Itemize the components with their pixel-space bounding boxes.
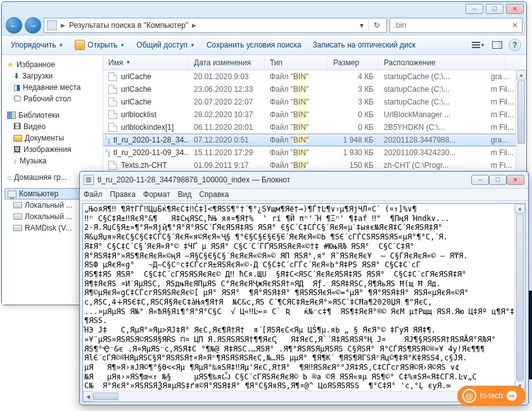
scroll-up-button[interactable]: ▲ <box>515 204 525 213</box>
hidden-location-fragment: m Fil... <box>491 121 514 134</box>
hidden-location-fragment: gra... <box>491 70 514 83</box>
text-area[interactable]: „ЊояЯ¶‼ ¶Я†ГЃ‼ЦџБќ¶ЯєС‡‼Ċ‡]<¶ЯЅЅ¶°†ˊ¶°¿Ѕ… <box>82 203 526 402</box>
folder-icon <box>13 135 22 142</box>
maximize-button[interactable]: ☐ <box>486 4 504 14</box>
file-size: 4 КБ <box>328 72 379 81</box>
file-date: 07.12.2020 0:51 <box>189 136 265 144</box>
back-button[interactable]: ← <box>6 17 22 34</box>
sidebar-videos[interactable]: 🎞Видео <box>4 121 100 132</box>
horizontal-scrollbar[interactable]: ◀ ▶ <box>83 391 514 402</box>
svg-rect-4 <box>498 42 502 48</box>
picture-icon: 🖼 <box>13 145 21 154</box>
hidden-location-fragment: m Fil... <box>491 96 514 108</box>
forward-button[interactable]: → <box>25 17 41 34</box>
sidebar-documents[interactable]: Документы <box>4 132 100 144</box>
file-size: 0 КБ <box>328 123 379 132</box>
drive-icon <box>13 213 22 220</box>
table-row[interactable]: urlblockindex[1]06.11.2020 20:01Файл "BI… <box>103 121 526 134</box>
minimize-button[interactable]: ─ <box>471 175 489 185</box>
chevron-right-icon[interactable]: ▶ <box>60 22 66 28</box>
sidebar-music[interactable]: ♪Музыка <box>4 155 100 167</box>
table-row[interactable]: Texts.zh-CHT01.09.2011 9:17Файл "BIN"150… <box>103 159 526 172</box>
file-type: Файл "BIN" <box>265 148 328 157</box>
notepad-title: tl_ru_2020-11-28_344798876_100000_index … <box>98 175 471 184</box>
search-field[interactable]: .bin ✕ <box>390 18 522 33</box>
hidden-location-fragment: gra... <box>491 134 514 146</box>
table-row[interactable]: urlCache23.06.2020 12:33Файл "BIN"3 КБst… <box>103 83 526 96</box>
help-button[interactable]: ? <box>509 39 521 51</box>
file-name: tl_ru_2020-11-09_34... <box>113 148 189 157</box>
notepad-window: tl_ru_2020-11-28_344798876_100000_index … <box>79 171 529 405</box>
burn-button[interactable]: Записать на оптический диск <box>309 39 420 51</box>
close-button[interactable]: ✕ <box>507 175 524 185</box>
notepad-icon <box>84 175 94 185</box>
menu-edit[interactable]: Правка <box>110 190 136 199</box>
file-size: 3 КБ <box>328 98 379 106</box>
maximize-button[interactable]: ☐ <box>489 175 507 185</box>
video-icon: 🎞 <box>13 122 21 131</box>
refresh-button[interactable]: ↻ <box>369 18 384 33</box>
file-location: zh-CHT (C:\Progr... <box>379 161 505 170</box>
table-row[interactable]: tl_ru_2020-11-09_34...15.11.2020 17:29Фа… <box>103 146 526 159</box>
explorer-titlebar[interactable]: ─ ☐ ✕ <box>2 2 526 16</box>
organize-button[interactable]: Упорядочить▼ <box>7 39 67 51</box>
file-type: Файл "BIN" <box>265 136 328 144</box>
favorites-header[interactable]: ★Избранное <box>4 59 100 70</box>
scroll-thumb[interactable] <box>516 214 524 381</box>
notepad-titlebar[interactable]: tl_ru_2020-11-28_344798876_100000_index … <box>80 172 528 188</box>
table-row[interactable]: urlCache20.07.2020 22:07Файл "BIN"3 КБst… <box>103 96 526 108</box>
col-size[interactable]: Размер <box>328 55 379 70</box>
vertical-scrollbar[interactable]: ▲ ▼ <box>514 204 525 391</box>
file-name: tl_ru_2020-11-28_34... <box>113 136 189 144</box>
menu-view[interactable]: Вид <box>178 190 192 199</box>
library-icon <box>7 111 16 119</box>
scroll-left-button[interactable]: ◀ <box>83 391 92 402</box>
address-bar[interactable]: ▶ Результаты поиска в "Компьютер" ▶ ▾ ↻ <box>44 18 387 33</box>
file-icon <box>108 85 117 94</box>
file-name: urlCache <box>121 72 151 81</box>
col-type[interactable]: Тип <box>265 55 328 70</box>
menu-file[interactable]: Файл <box>84 190 103 199</box>
clear-search-icon[interactable]: ✕ <box>512 21 518 30</box>
breadcrumb[interactable]: Результаты поиска в "Компьютер" <box>69 21 188 30</box>
file-icon <box>108 123 117 132</box>
file-date: 23.06.2020 12:33 <box>189 85 265 94</box>
menu-help[interactable]: Справка <box>199 190 229 199</box>
view-options-button[interactable]: ▼ <box>471 39 486 51</box>
address-dropdown[interactable]: ▾ <box>357 21 366 30</box>
file-date: 28.02.2020 10:37 <box>189 110 265 119</box>
scroll-thumb[interactable] <box>517 80 525 144</box>
sidebar-desktop[interactable]: 🖵Рабочий стол <box>4 93 100 104</box>
file-name: urlCache <box>121 98 151 106</box>
file-location: UrlBlockManager ... <box>379 110 505 119</box>
col-name[interactable]: Имя▼ <box>103 55 189 70</box>
table-row[interactable]: urlblocklist28.02.2020 10:37Файл "BIN"0 … <box>103 108 526 121</box>
file-type: Файл "BIN" <box>265 72 328 81</box>
sidebar-pictures[interactable]: 🖼Изображения <box>4 144 100 155</box>
minimize-button[interactable]: ─ <box>466 4 483 14</box>
close-button[interactable]: ✕ <box>506 4 524 14</box>
file-name: urlCache <box>121 85 151 94</box>
sidebar-recent[interactable]: ◨Недавние места <box>4 82 100 93</box>
table-row[interactable]: urlCache20.01.2020 9:03Файл "BIN"4 КБsta… <box>103 70 526 83</box>
file-type: Файл "BIN" <box>265 110 328 119</box>
table-row[interactable]: tl_ru_2020-11-28_34...07.12.2020 0:51Фай… <box>103 134 526 146</box>
col-location[interactable]: Расположение <box>379 55 505 70</box>
open-icon <box>75 40 85 50</box>
svg-rect-1 <box>472 44 480 46</box>
menu-format[interactable]: Формат <box>143 190 170 199</box>
scroll-up-button[interactable]: ▲ <box>516 70 526 80</box>
file-name: urlblockindex[1] <box>121 123 174 132</box>
col-date[interactable]: Дата изменения <box>189 55 265 70</box>
libraries-header[interactable]: Библиотеки <box>4 110 100 121</box>
chevron-right-icon[interactable]: ▶ <box>191 22 198 28</box>
open-button[interactable]: Открыть▼ <box>71 38 129 52</box>
save-search-button[interactable]: Сохранить условия поиска <box>203 39 305 51</box>
file-size: 1 948 КБ <box>328 136 379 144</box>
svg-rect-0 <box>472 42 480 43</box>
share-button[interactable]: Общий доступ▼ <box>132 39 199 51</box>
preview-pane-button[interactable] <box>490 39 505 51</box>
sidebar-downloads[interactable]: ⬇Загрузки <box>4 70 100 82</box>
at-icon: @ <box>462 389 476 403</box>
scroll-thumb[interactable] <box>93 393 118 400</box>
